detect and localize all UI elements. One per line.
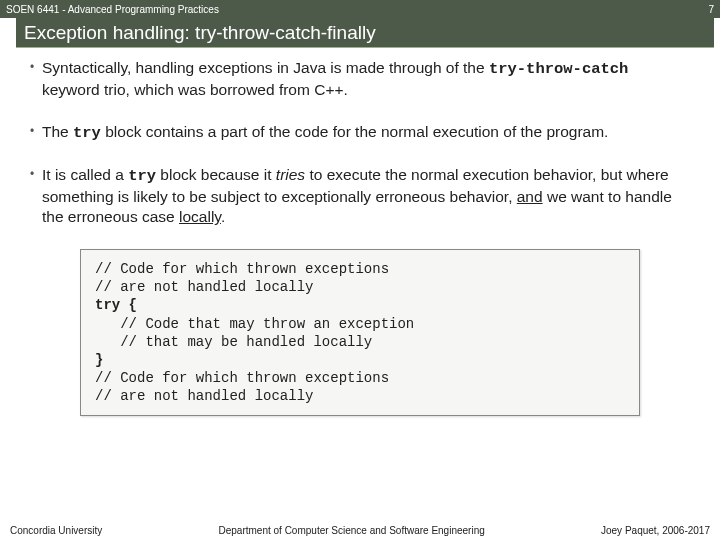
code-line: try { xyxy=(95,297,137,313)
footer: Concordia University Department of Compu… xyxy=(0,525,720,536)
slide: SOEN 6441 - Advanced Programming Practic… xyxy=(0,0,720,540)
code-line: // are not handled locally xyxy=(95,279,313,295)
footer-right: Joey Paquet, 2006-2017 xyxy=(601,525,710,536)
code-line: } xyxy=(95,352,103,368)
bullet-1: Syntactically, handling exceptions in Ja… xyxy=(30,58,690,100)
bullet-2: The try block contains a part of the cod… xyxy=(30,122,690,144)
footer-center: Department of Computer Science and Softw… xyxy=(219,525,485,536)
code-line: // Code that may throw an exception xyxy=(95,316,414,332)
slide-title: Exception handling: try-throw-catch-fina… xyxy=(16,18,714,48)
text: block contains a part of the code for th… xyxy=(101,123,608,140)
slide-body: Syntactically, handling exceptions in Ja… xyxy=(0,48,720,540)
text: block because it xyxy=(156,166,276,183)
text: keyword trio, which was borrowed from C+… xyxy=(42,81,348,98)
text: . xyxy=(221,208,225,225)
text: The xyxy=(42,123,73,140)
code-line: // Code for which thrown exceptions xyxy=(95,370,389,386)
keyword-try: try xyxy=(128,167,156,185)
code-line: // Code for which thrown exceptions xyxy=(95,261,389,277)
bullet-3: It is called a try block because it trie… xyxy=(30,165,690,226)
text: It is called a xyxy=(42,166,128,183)
text-italic: tries xyxy=(276,166,305,183)
code-line: // that may be handled locally xyxy=(95,334,372,350)
course-code: SOEN 6441 - Advanced Programming Practic… xyxy=(6,4,219,15)
footer-left: Concordia University xyxy=(10,525,102,536)
code-block: // Code for which thrown exceptions // a… xyxy=(80,249,640,417)
text: Syntactically, handling exceptions in Ja… xyxy=(42,59,489,76)
keyword-try: try xyxy=(73,124,101,142)
text-underline: locally xyxy=(179,208,221,225)
code-line: // are not handled locally xyxy=(95,388,313,404)
page-number: 7 xyxy=(708,4,714,15)
keyword-try-throw-catch: try-throw-catch xyxy=(489,60,629,78)
text-underline: and xyxy=(517,188,543,205)
topbar: SOEN 6441 - Advanced Programming Practic… xyxy=(0,0,720,18)
